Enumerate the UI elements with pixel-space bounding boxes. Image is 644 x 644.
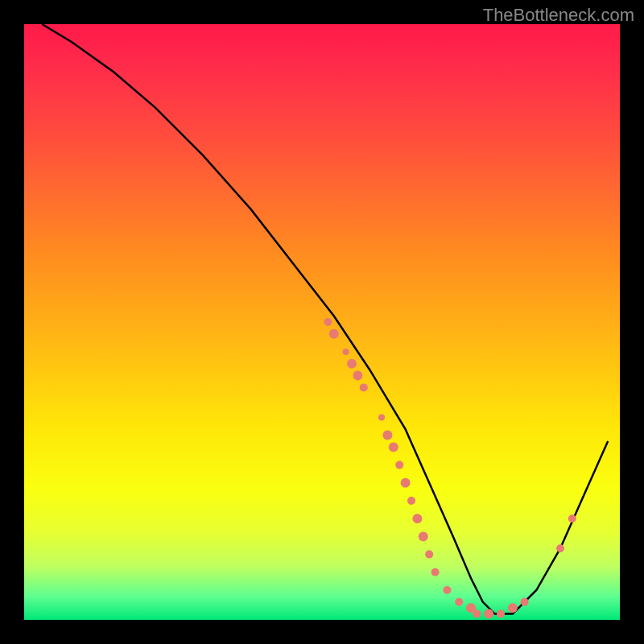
data-point	[425, 551, 433, 559]
chart-svg	[24, 24, 620, 620]
bottleneck-curve	[42, 24, 608, 614]
data-point	[455, 598, 463, 606]
data-point	[473, 610, 481, 618]
curve-line	[42, 24, 608, 614]
chart-container: TheBottleneck.com	[0, 0, 644, 644]
data-point	[419, 531, 428, 541]
data-point	[568, 514, 576, 522]
data-markers	[324, 318, 576, 619]
data-point	[395, 461, 403, 469]
data-point	[412, 514, 422, 523]
data-point	[508, 603, 518, 613]
data-point	[443, 586, 451, 594]
data-point	[484, 609, 493, 619]
data-point	[343, 349, 349, 355]
data-point	[521, 598, 529, 606]
data-point	[347, 359, 357, 369]
data-point	[556, 544, 564, 552]
data-point	[389, 442, 398, 452]
data-point	[497, 610, 505, 618]
plot-area	[24, 24, 620, 620]
data-point	[401, 478, 411, 488]
data-point	[407, 497, 415, 505]
data-point	[360, 383, 368, 391]
data-point	[382, 431, 392, 440]
watermark-text: TheBottleneck.com	[483, 5, 634, 26]
data-point	[431, 568, 440, 576]
data-point	[324, 318, 332, 326]
data-point	[378, 414, 385, 420]
data-point	[329, 329, 339, 339]
data-point	[353, 371, 362, 381]
